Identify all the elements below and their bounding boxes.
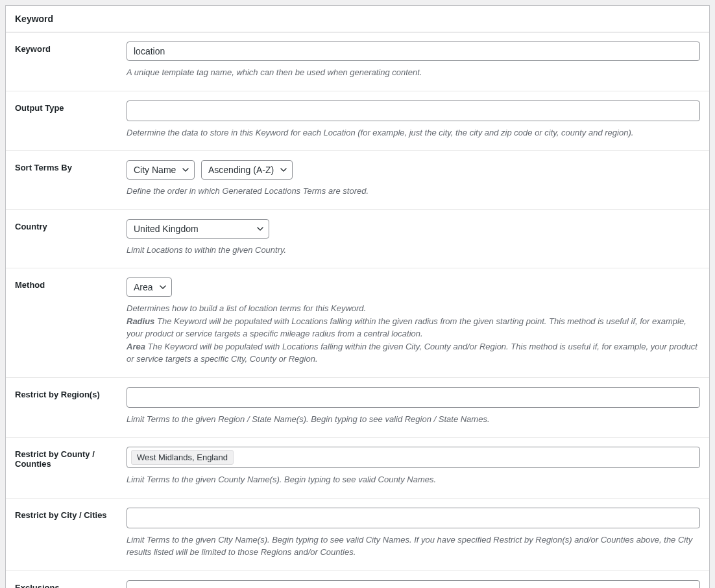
exclusions-input[interactable] <box>127 580 700 589</box>
sort-direction-select[interactable]: Ascending (A-Z) <box>201 160 293 180</box>
keyword-panel: Keyword Keyword A unique template tag na… <box>5 5 710 588</box>
panel-title: Keyword <box>6 6 709 32</box>
row-country: Country United Kingdom Limit Locations t… <box>6 210 709 269</box>
sort-terms-description: Define the order in which Generated Loca… <box>127 185 700 198</box>
label-sort-terms: Sort Terms By <box>15 160 127 198</box>
restrict-county-description: Limit Terms to the given County Name(s).… <box>127 473 700 486</box>
country-select[interactable]: United Kingdom <box>127 219 269 239</box>
restrict-city-input[interactable] <box>127 508 700 528</box>
label-exclusions: Exclusions <box>15 580 127 589</box>
keyword-input[interactable] <box>127 41 700 61</box>
country-description: Limit Locations to within the given Coun… <box>127 244 700 257</box>
label-restrict-region: Restrict by Region(s) <box>15 387 127 426</box>
row-restrict-region: Restrict by Region(s) Limit Terms to the… <box>6 378 709 438</box>
label-country: Country <box>15 219 127 257</box>
restrict-city-description: Limit Terms to the given City Name(s). B… <box>127 534 700 559</box>
row-keyword: Keyword A unique template tag name, whic… <box>6 32 709 91</box>
keyword-description: A unique template tag name, which can th… <box>127 66 700 79</box>
method-select[interactable]: Area <box>127 277 172 297</box>
row-sort-terms: Sort Terms By City Name Ascending (A-Z) … <box>6 151 709 210</box>
row-method: Method Area Determines how to build a li… <box>6 268 709 378</box>
restrict-county-input[interactable]: West Midlands, England <box>127 447 700 468</box>
row-restrict-county: Restrict by County / Counties West Midla… <box>6 438 709 499</box>
label-output-type: Output Type <box>15 100 127 139</box>
output-type-description: Determine the data to store in this Keyw… <box>127 126 700 139</box>
row-exclusions: Exclusions Optional: Define Cities, Coun… <box>6 571 709 589</box>
output-type-input[interactable] <box>127 100 700 121</box>
label-restrict-county: Restrict by County / Counties <box>15 447 127 486</box>
label-keyword: Keyword <box>15 41 127 79</box>
label-restrict-city: Restrict by City / Cities <box>15 508 127 559</box>
restrict-region-input[interactable] <box>127 387 700 408</box>
label-method: Method <box>15 277 127 366</box>
county-tag[interactable]: West Midlands, England <box>131 450 234 465</box>
row-output-type: Output Type Determine the data to store … <box>6 91 709 152</box>
row-restrict-city: Restrict by City / Cities Limit Terms to… <box>6 499 709 571</box>
method-description: Determines how to build a list of locati… <box>127 302 700 366</box>
restrict-region-description: Limit Terms to the given Region / State … <box>127 413 700 426</box>
sort-field-select[interactable]: City Name <box>127 160 195 180</box>
